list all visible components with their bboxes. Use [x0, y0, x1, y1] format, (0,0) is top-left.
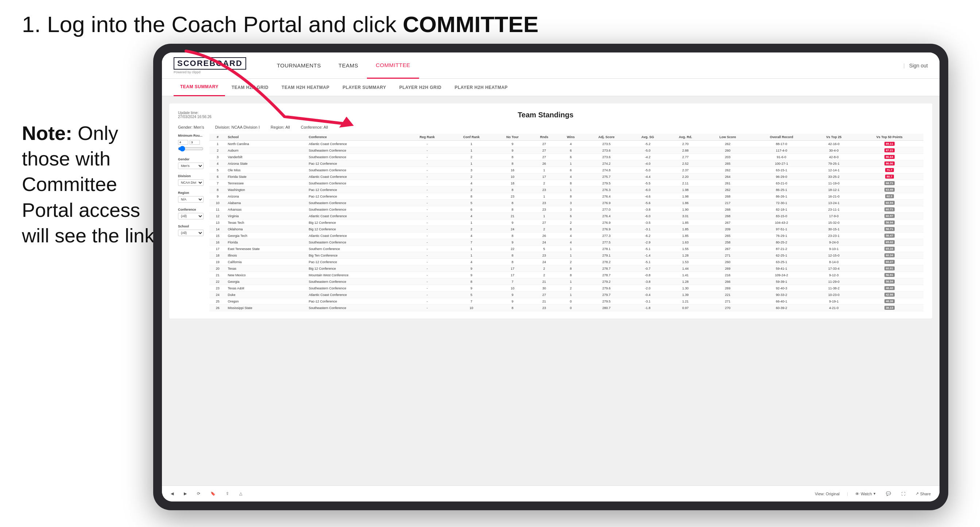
nav-teams[interactable]: TEAMS [330, 52, 367, 79]
table-row[interactable]: 22 Georgia Southeastern Conference - 8 7… [209, 278, 923, 285]
table-row[interactable]: 25 Oregon Pac-12 Conference - 7 9 21 0 2… [209, 298, 923, 305]
toolbar-share-icon[interactable]: ⇧ [223, 490, 232, 497]
sub-nav-team-h2h-grid[interactable]: TEAM H2H GRID [225, 79, 275, 96]
filter-select-gender[interactable]: Men's [178, 162, 204, 169]
filter-select-conference[interactable]: (All) [178, 213, 204, 219]
nav-committee[interactable]: COMMITTEE [367, 52, 419, 79]
cell-adj-score: 276.4 [584, 193, 629, 200]
cell-overall: 117-4-0 [751, 147, 812, 154]
toolbar-time[interactable]: △ [236, 490, 245, 497]
cell-avg-rd: 2.77 [667, 154, 705, 160]
table-row[interactable]: 17 East Tennessee State Southern Confere… [209, 246, 923, 252]
sub-nav-player-h2h-grid[interactable]: PLAYER H2H GRID [393, 79, 448, 96]
cell-school: Mississippi State [226, 305, 307, 311]
table-row[interactable]: 26 Mississippi State Southeastern Confer… [209, 305, 923, 311]
cell-low-score: 271 [705, 252, 751, 259]
cell-reg-rank: - [406, 239, 449, 246]
cell-vs-top25: 79-25-1 [812, 160, 855, 167]
cell-school: New Mexico [226, 272, 307, 278]
sign-out[interactable]: | Sign out [904, 63, 928, 68]
sub-nav-team-h2h-heatmap[interactable]: TEAM H2H HEATMAP [275, 79, 336, 96]
cell-vs-top25: 9-19-1 [812, 298, 855, 305]
table-row[interactable]: 21 New Mexico Mountain West Conference -… [209, 272, 923, 278]
filter-range-minimum [178, 139, 204, 145]
cell-points: 87.21 [855, 147, 923, 154]
cell-avg-rd: 1.98 [667, 187, 705, 193]
table-row[interactable]: 15 Georgia Tech Atlantic Coast Conferenc… [209, 233, 923, 239]
toolbar-view-original[interactable]: View: Original [812, 490, 843, 497]
cell-vs-top25: 17-9-0 [812, 213, 855, 219]
cell-points: 60.91 [855, 265, 923, 272]
toolbar-forward[interactable]: ▶ [181, 490, 190, 497]
table-row[interactable]: 20 Texas Big 12 Conference - 9 17 2 8 27… [209, 265, 923, 272]
toolbar-watch[interactable]: 👁 Watch ▾ [852, 490, 878, 497]
cell-low-score: 216 [705, 272, 751, 278]
cell-reg-rank: - [406, 154, 449, 160]
cell-rank: 23 [209, 285, 226, 292]
cell-low-score: 266 [705, 278, 751, 285]
cell-wins: 1 [558, 252, 584, 259]
filter-select-region[interactable]: N/A [178, 196, 204, 203]
cell-adj-score: 279.7 [584, 292, 629, 298]
sub-nav-player-summary[interactable]: PLAYER SUMMARY [336, 79, 393, 96]
table-row[interactable]: 19 California Pac-12 Conference - 4 8 24… [209, 259, 923, 265]
cell-no-tour: 9 [494, 219, 531, 226]
table-row[interactable]: 10 Alabama Southeastern Conference - 5 8… [209, 200, 923, 206]
sub-nav-player-h2h-heatmap[interactable]: PLAYER H2H HEATMAP [448, 79, 514, 96]
filter-min-input[interactable] [178, 140, 188, 145]
cell-vs-top25: 4-21-0 [812, 305, 855, 311]
cell-low-score: 221 [705, 292, 751, 298]
table-row[interactable]: 18 Illinois Big Ten Conference - 1 8 23 … [209, 252, 923, 259]
table-row[interactable]: 11 Arkansas Southeastern Conference - 6 … [209, 206, 923, 213]
standings-table: # School Conference Reg Rank Conf Rank N… [209, 134, 923, 311]
table-row[interactable]: 3 Vanderbilt Southeastern Conference - 2… [209, 154, 923, 160]
table-row[interactable]: 7 Tennessee Southeastern Conference - 4 … [209, 180, 923, 187]
cell-no-tour: 9 [494, 141, 531, 147]
cell-avg-rd: 1.85 [667, 226, 705, 233]
toolbar-refresh[interactable]: ⟳ [194, 490, 203, 497]
cell-adj-score: 278.7 [584, 272, 629, 278]
cell-points: 60.71 [855, 206, 923, 213]
table-row[interactable]: 13 Texas Tech Big 12 Conference - 1 9 27… [209, 219, 923, 226]
table-row[interactable]: 8 Washington Pac-12 Conference - 2 8 23 … [209, 187, 923, 193]
cell-rank: 19 [209, 259, 226, 265]
cell-overall: 91-6-0 [751, 154, 812, 160]
toolbar-comment[interactable]: 💬 [883, 490, 894, 497]
cell-reg-rank: - [406, 298, 449, 305]
filter-group-conference: Conference (All) [178, 208, 204, 219]
toolbar-expand[interactable]: ⛶ [898, 490, 908, 497]
filter-max-input[interactable] [190, 140, 200, 145]
cell-avg-sg: -3.1 [629, 298, 667, 305]
cell-wins: 8 [558, 180, 584, 187]
table-row[interactable]: 24 Duke Atlantic Coast Conference - 5 9 … [209, 292, 923, 298]
sub-nav-team-summary[interactable]: TEAM SUMMARY [173, 79, 225, 96]
filter-select-division[interactable]: NCAA Division I [178, 179, 204, 186]
cell-points: 89.11 [855, 141, 923, 147]
cell-reg-rank: - [406, 200, 449, 206]
filter-select-school[interactable]: (All) [178, 230, 204, 236]
table-row[interactable]: 16 Florida Southeastern Conference - 7 9… [209, 239, 923, 246]
nav-tournaments[interactable]: TOURNAMENTS [268, 52, 330, 79]
cell-school: Duke [226, 292, 307, 298]
table-row[interactable]: 5 Ole Miss Southeastern Conference - 3 1… [209, 167, 923, 173]
filter-group-gender: Gender Men's [178, 157, 204, 169]
table-row[interactable]: 23 Texas A&M Southeastern Conference - 9… [209, 285, 923, 292]
table-row[interactable]: 2 Auburn Southeastern Conference - 1 9 2… [209, 147, 923, 154]
toolbar-back[interactable]: ◀ [168, 490, 177, 497]
cell-rank: 25 [209, 298, 226, 305]
cell-vs-top25: 11-19-0 [812, 180, 855, 187]
table-row[interactable]: 6 Florida State Atlantic Coast Conferenc… [209, 173, 923, 180]
toolbar-bookmark[interactable]: 🔖 [207, 490, 218, 497]
table-row[interactable]: 9 Arizona Pac-12 Conference - 8 23 1 8 2… [209, 193, 923, 200]
cell-overall: 76-29-1 [751, 233, 812, 239]
table-row[interactable]: 1 North Carolina Atlantic Coast Conferen… [209, 141, 923, 147]
table-row[interactable]: 12 Virginia Atlantic Coast Conference - … [209, 213, 923, 219]
filter-slider-minimum[interactable] [178, 146, 204, 152]
table-row[interactable]: 4 Arizona State Pac-12 Conference - 1 8 … [209, 160, 923, 167]
cell-low-score: 265 [705, 160, 751, 167]
toolbar-share-btn[interactable]: ↗ Share [913, 490, 934, 497]
content-panel: Update time: 27/03/2024 16:56:26 Team St… [169, 103, 932, 319]
cell-avg-rd: 1.85 [667, 233, 705, 239]
table-row[interactable]: 14 Oklahoma Big 12 Conference - 2 24 2 8… [209, 226, 923, 233]
panel-header: Update time: 27/03/2024 16:56:26 Team St… [178, 111, 923, 119]
